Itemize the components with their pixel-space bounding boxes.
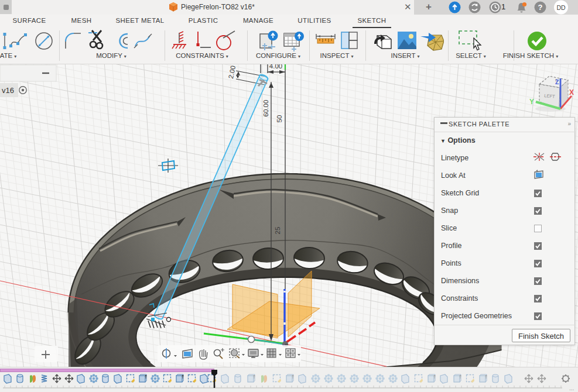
svg-text:Z: Z <box>555 78 559 85</box>
svg-text:...: ... <box>569 385 574 391</box>
svg-text:50: 50 <box>276 115 283 123</box>
svg-text:DD: DD <box>556 4 566 11</box>
svg-text:Y: Y <box>529 98 534 106</box>
svg-text:?: ? <box>538 3 543 12</box>
svg-text:60.00: 60.00 <box>262 100 269 117</box>
svg-text:X: X <box>569 88 574 97</box>
svg-text:25: 25 <box>274 227 281 235</box>
svg-text:v16: v16 <box>2 86 14 95</box>
